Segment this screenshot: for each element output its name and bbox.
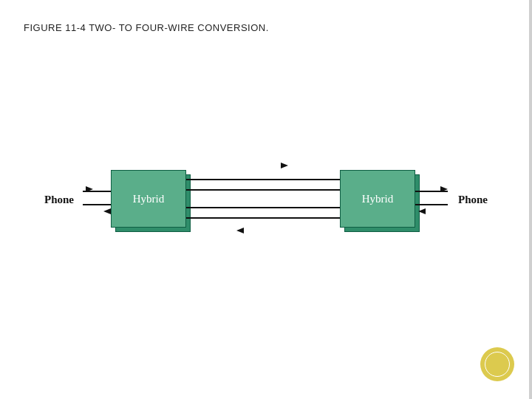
caption-rest: IGURE 11-4 TWO- TO FOUR-WIRE CONVERSION. (30, 22, 268, 33)
four-wire-2 (186, 189, 340, 191)
decorative-circle (480, 347, 514, 381)
arrow-left-icon (418, 208, 426, 214)
slide-edge-decoration (529, 0, 532, 399)
arrow-right-icon (86, 186, 93, 192)
hybrid-block-left: Hybrid (111, 170, 185, 226)
hybrid-left-face: Hybrid (111, 170, 186, 228)
arrow-left-icon (103, 208, 111, 214)
two-wire-right-b (415, 204, 448, 205)
four-wire-1 (186, 179, 340, 180)
decorative-circle-ring (485, 352, 510, 377)
phone-label-right: Phone (458, 194, 488, 206)
four-wire-4 (186, 217, 340, 219)
arrow-right-icon (281, 163, 288, 168)
hybrid-right-face: Hybrid (340, 170, 415, 228)
arrow-right-icon (440, 186, 448, 192)
two-wire-left-b (83, 204, 111, 205)
phone-label-left: Phone (44, 194, 74, 206)
four-wire-3 (186, 207, 340, 208)
conversion-diagram: Phone Phone Hybrid Hybrid (0, 133, 532, 266)
arrow-left-icon (236, 228, 244, 233)
hybrid-block-right: Hybrid (340, 170, 414, 226)
figure-caption: FIGURE 11-4 TWO- TO FOUR-WIRE CONVERSION… (24, 22, 269, 33)
